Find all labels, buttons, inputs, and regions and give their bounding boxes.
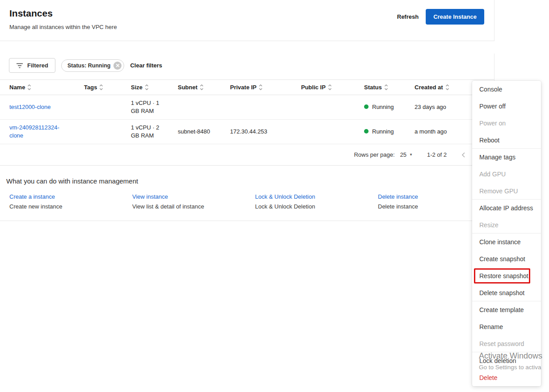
cell-subnet: subnet-8480 [178, 124, 230, 140]
cell-subnet [178, 103, 230, 111]
cell-private-ip [230, 103, 301, 111]
cell-status: Running [364, 124, 415, 140]
menu-item-remove-gpu: Remove GPU [472, 183, 541, 200]
menu-item-reset-password: Reset password [472, 335, 541, 352]
status-dot-running [364, 129, 369, 133]
info-item-link[interactable]: Delete instance [378, 193, 418, 200]
menu-item-rename[interactable]: Rename [472, 318, 541, 335]
info-items: Create a instanceCreate new instanceView… [0, 193, 494, 221]
column-header-subnet[interactable]: Subnet [178, 84, 230, 91]
filter-bar: Filtered Status: Running ✕ Clear filters [0, 54, 494, 79]
cell-status: Running [364, 99, 415, 115]
previous-page-button[interactable] [459, 150, 467, 160]
sort-icon [259, 84, 263, 91]
table-row: test12000-clone1 vCPU · 1 GB RAMRunning2… [0, 95, 494, 120]
create-instance-button[interactable]: Create Instance [426, 9, 484, 25]
chip-remove-icon[interactable]: ✕ [113, 62, 122, 70]
filtered-button[interactable]: Filtered [9, 58, 55, 73]
sort-icon [445, 84, 449, 91]
sort-icon [328, 84, 332, 91]
menu-item-clone-instance[interactable]: Clone instance [472, 234, 541, 250]
menu-item-manage-tags[interactable]: Manage tags [472, 149, 541, 166]
column-label: Tags [84, 84, 97, 91]
info-item-link[interactable]: Lock & Unlock Deletion [255, 193, 315, 200]
menu-item-power-on: Power on [472, 115, 541, 132]
info-item-link[interactable]: Create a instance [9, 193, 55, 200]
column-header-name[interactable]: Name [9, 84, 84, 91]
cell-public-ip [301, 103, 364, 111]
rows-per-page-label: Rows per page: [354, 151, 394, 158]
filter-chip-label: Status: Running [67, 63, 111, 69]
column-label: Size [131, 84, 142, 91]
info-item-description: Lock & Unlock Deletion [255, 203, 378, 210]
header-actions: Refresh Create Instance [396, 9, 484, 25]
column-label: Private IP [230, 84, 256, 91]
menu-item-resize: Resize [472, 217, 541, 234]
page-subtitle: Manage all instances within the VPC here [9, 24, 483, 30]
menu-item-create-snapshot[interactable]: Create snapshot [472, 250, 541, 267]
column-header-created-at[interactable]: Created at [415, 84, 473, 91]
instance-name-link[interactable]: test12000-clone [9, 103, 51, 111]
cell-size: 1 vCPU · 2 GB RAM [131, 124, 162, 140]
sort-icon [200, 84, 204, 91]
cell-created-at: 23 days ago [415, 99, 473, 115]
column-header-status[interactable]: Status [364, 84, 415, 91]
sort-icon [99, 84, 103, 91]
sort-icon [145, 84, 149, 91]
column-header-public-ip[interactable]: Public IP [301, 84, 364, 91]
sort-icon [27, 84, 31, 91]
refresh-button[interactable]: Refresh [396, 11, 419, 23]
cell-public-ip [301, 128, 364, 136]
column-label: Subnet [178, 84, 197, 91]
filter-chip-status-running[interactable]: Status: Running ✕ [61, 59, 125, 72]
menu-item-add-gpu: Add GPU [472, 166, 541, 183]
cell-tags [84, 128, 131, 136]
table-row: vm-240928112324-clone1 vCPU · 2 GB RAMsu… [0, 120, 494, 144]
info-item-description: View list & detail of instance [132, 203, 255, 210]
rows-per-page-value: 25 [400, 151, 407, 158]
menu-item-console[interactable]: Console [472, 81, 541, 98]
table-header-row: NameTagsSizeSubnetPrivate IPPublic IPSta… [0, 79, 494, 95]
info-item-link[interactable]: View instance [132, 193, 168, 200]
sort-icon [384, 84, 388, 91]
table-footer: Rows per page: 25 ▼ 1-2 of 2 [0, 144, 494, 165]
caret-down-icon: ▼ [409, 153, 413, 157]
menu-item-power-off[interactable]: Power off [472, 98, 541, 115]
info-section: What you can do with instance management… [0, 166, 495, 221]
page-header: Instances Manage all instances within th… [0, 0, 495, 41]
menu-item-delete-snapshot[interactable]: Delete snapshot [472, 284, 541, 301]
cell-tags [84, 103, 131, 111]
info-item-create-a-instance: Create a instanceCreate new instance [9, 193, 132, 210]
menu-item-delete[interactable]: Delete [472, 369, 541, 386]
column-header-tags[interactable]: Tags [84, 84, 131, 91]
cell-private-ip: 172.30.44.253 [230, 124, 301, 140]
context-menu: ConsolePower offPower onRebootManage tag… [472, 81, 541, 386]
column-label: Public IP [301, 84, 326, 91]
filter-icon [16, 63, 23, 69]
instance-name-link[interactable]: vm-240928112324-clone [9, 124, 64, 140]
menu-item-allocate-ip-address[interactable]: Allocate IP address [472, 200, 541, 217]
column-header-private-ip[interactable]: Private IP [230, 84, 301, 91]
info-item-view-instance: View instanceView list & detail of insta… [132, 193, 255, 210]
instances-table-card: Filtered Status: Running ✕ Clear filters… [0, 54, 495, 166]
column-label: Created at [415, 84, 443, 91]
cell-size: 1 vCPU · 1 GB RAM [131, 99, 162, 115]
chevron-left-icon [461, 152, 465, 158]
menu-item-create-template[interactable]: Create template [472, 301, 541, 318]
info-item-description: Create new instance [9, 203, 132, 210]
column-label: Name [9, 84, 25, 91]
menu-item-restore-snapshot[interactable]: Restore snapshot [472, 267, 541, 284]
rows-per-page-select[interactable]: 25 ▼ [400, 151, 413, 158]
filtered-button-label: Filtered [27, 62, 48, 69]
info-heading: What you can do with instance management [6, 177, 494, 185]
menu-item-lock-deletion[interactable]: Lock deletion [472, 352, 541, 369]
menu-item-reboot[interactable]: Reboot [472, 132, 541, 149]
page-range: 1-2 of 2 [427, 151, 447, 158]
column-label: Status [364, 84, 382, 91]
column-header-size[interactable]: Size [131, 84, 178, 91]
cell-created-at: a month ago [415, 124, 473, 140]
status-dot-running [364, 104, 369, 109]
table-body: test12000-clone1 vCPU · 1 GB RAMRunning2… [0, 95, 494, 144]
clear-filters-button[interactable]: Clear filters [130, 62, 162, 69]
info-item-lock-unlock-deletion: Lock & Unlock DeletionLock & Unlock Dele… [255, 193, 378, 210]
